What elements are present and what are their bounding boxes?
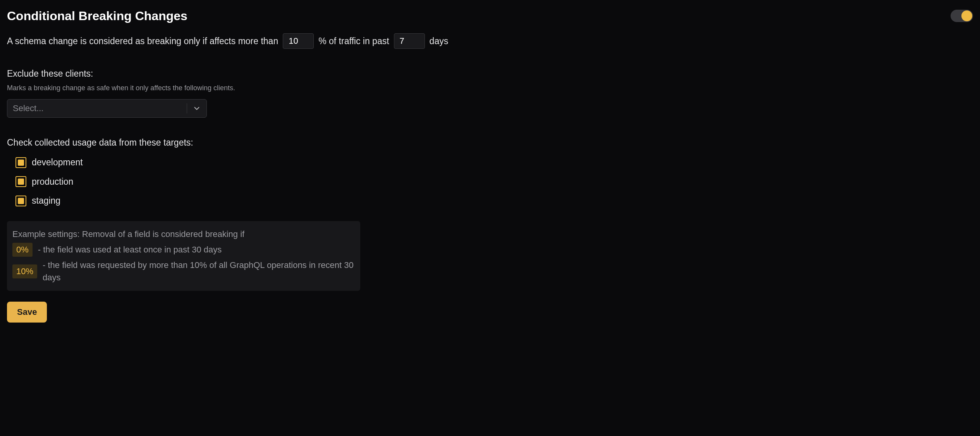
example-row-text: - the field was used at least once in pa…: [38, 244, 222, 256]
select-placeholder: Select...: [13, 102, 43, 115]
threshold-sentence: A schema change is considered as breakin…: [7, 33, 973, 49]
sentence-after-days: days: [430, 35, 449, 48]
target-label: production: [32, 175, 73, 188]
targets-list: development production staging: [7, 156, 973, 207]
percent-badge: 0%: [12, 243, 33, 257]
percent-input[interactable]: [283, 33, 314, 49]
page-title: Conditional Breaking Changes: [7, 7, 187, 25]
example-row: 10% - the field was requested by more th…: [12, 259, 355, 284]
days-input[interactable]: [394, 33, 425, 49]
example-intro: Example settings: Removal of a field is …: [12, 228, 355, 240]
example-row-text: - the field was requested by more than 1…: [43, 259, 355, 284]
sentence-before-percent: A schema change is considered as breakin…: [7, 35, 278, 48]
feature-toggle[interactable]: [951, 10, 973, 22]
example-row: 0% - the field was used at least once in…: [12, 243, 355, 257]
chevron-down-icon: [193, 104, 201, 113]
toggle-knob: [961, 10, 972, 21]
checkbox-staging[interactable]: [15, 196, 26, 206]
target-item-staging[interactable]: staging: [15, 194, 973, 207]
target-item-development[interactable]: development: [15, 156, 973, 169]
checkbox-inner: [18, 179, 24, 185]
exclude-clients-sublabel: Marks a breaking change as safe when it …: [7, 83, 973, 93]
checkbox-inner: [18, 160, 24, 166]
targets-label: Check collected usage data from these ta…: [7, 136, 973, 149]
target-label: development: [32, 156, 83, 169]
sentence-middle: % of traffic in past: [318, 35, 389, 48]
exclude-clients-label: Exclude these clients:: [7, 67, 973, 80]
checkbox-production[interactable]: [15, 176, 26, 187]
example-settings-box: Example settings: Removal of a field is …: [7, 221, 360, 291]
select-divider: [187, 103, 187, 113]
target-item-production[interactable]: production: [15, 175, 973, 188]
exclude-clients-select[interactable]: Select...: [7, 99, 207, 118]
percent-badge: 10%: [12, 264, 37, 278]
checkbox-development[interactable]: [15, 157, 26, 168]
save-button[interactable]: Save: [7, 302, 47, 323]
target-label: staging: [32, 194, 60, 207]
checkbox-inner: [18, 198, 24, 204]
